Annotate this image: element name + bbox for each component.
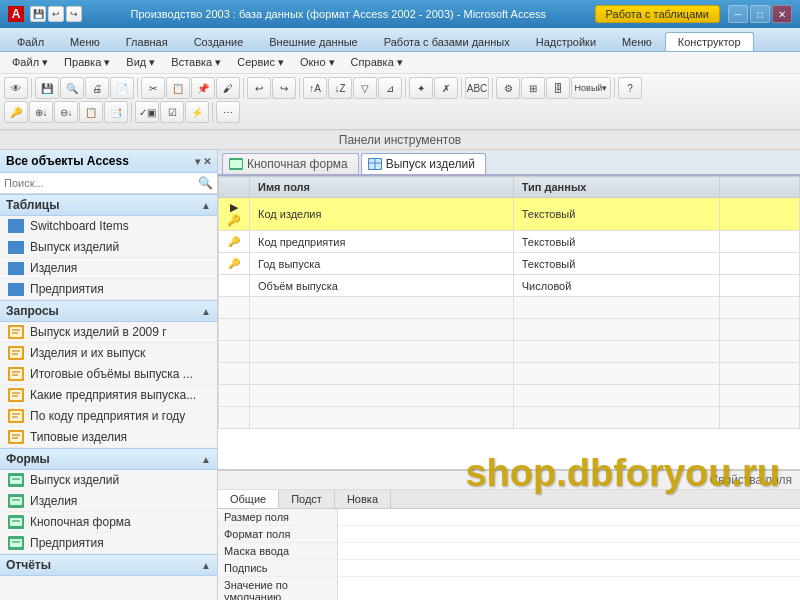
sidebar-item-q5[interactable]: По коду предприятия и году (0, 406, 217, 427)
menu-window[interactable]: Окно ▾ (292, 54, 343, 71)
tb-filter[interactable]: ▽ (353, 77, 377, 99)
table-row-empty[interactable] (219, 385, 800, 407)
field-name-3[interactable]: Год выпуска (250, 253, 514, 275)
menu-view[interactable]: Вид ▾ (118, 54, 163, 71)
prop-row-format[interactable]: Формат поля (218, 526, 800, 543)
data-type-2[interactable]: Текстовый (513, 231, 719, 253)
menu-edit[interactable]: Правка ▾ (56, 54, 118, 71)
sidebar-item-form-izdeliya[interactable]: Изделия (0, 491, 217, 512)
tab-home[interactable]: Главная (113, 32, 181, 51)
tb-save[interactable]: 💾 (35, 77, 59, 99)
sidebar-section-reports[interactable]: Отчёты ▲ (0, 554, 217, 576)
desc-4[interactable] (720, 275, 800, 297)
doc-tab-vypusk[interactable]: Выпуск изделий (361, 153, 486, 174)
quick-redo-btn[interactable]: ↪ (66, 6, 82, 22)
quick-undo-btn[interactable]: ↩ (48, 6, 64, 22)
sidebar-close-icon[interactable]: ✕ (203, 156, 211, 167)
tab-menu1[interactable]: Меню (57, 32, 113, 51)
table-row[interactable]: ▶🔑 Код изделия Текстовый (219, 198, 800, 231)
data-type-3[interactable]: Текстовый (513, 253, 719, 275)
sidebar-item-q1[interactable]: Выпуск изделий в 2009 г (0, 322, 217, 343)
table-row-empty[interactable] (219, 363, 800, 385)
close-btn[interactable]: ✕ (772, 5, 792, 23)
tb-newrec[interactable]: ✦ (409, 77, 433, 99)
desc-1[interactable] (720, 198, 800, 231)
tb-sortasc[interactable]: ↑A (303, 77, 327, 99)
tb-copy[interactable]: 📋 (166, 77, 190, 99)
sidebar-item-predpriyatiya[interactable]: Предприятия (0, 279, 217, 300)
tb2-check2[interactable]: ☑ (160, 101, 184, 123)
tb-undo[interactable]: ↩ (247, 77, 271, 99)
data-type-4[interactable]: Числовой (513, 275, 719, 297)
table-row-empty[interactable] (219, 297, 800, 319)
sidebar-item-izdeliya[interactable]: Изделия (0, 258, 217, 279)
prop-tab-subst[interactable]: Подст (279, 490, 335, 508)
sidebar-item-q2[interactable]: Изделия и их выпуск (0, 343, 217, 364)
doc-tab-knopoch[interactable]: Кнопочная форма (222, 153, 359, 174)
prop-value-size[interactable] (338, 509, 800, 525)
prop-value-caption[interactable] (338, 560, 800, 576)
prop-row-default[interactable]: Значение по умолчанию (218, 577, 800, 600)
tab-dbtools[interactable]: Работа с базами данных (371, 32, 523, 51)
tb-help[interactable]: ? (618, 77, 642, 99)
tb-spell[interactable]: ABC (465, 77, 489, 99)
search-input[interactable] (4, 177, 198, 189)
prop-value-mask[interactable] (338, 543, 800, 559)
sidebar-section-tables[interactable]: Таблицы ▲ (0, 194, 217, 216)
sidebar-menu-icon[interactable]: ▾ (195, 156, 200, 167)
sidebar-item-vypusk[interactable]: Выпуск изделий (0, 237, 217, 258)
sidebar-item-switchboard[interactable]: Switchboard Items (0, 216, 217, 237)
tab-create[interactable]: Создание (181, 32, 257, 51)
quick-save-btn[interactable]: 💾 (30, 6, 46, 22)
field-name-2[interactable]: Код предприятия (250, 231, 514, 253)
tb2-check1[interactable]: ✓▣ (135, 101, 159, 123)
tb-search[interactable]: 🔍 (60, 77, 84, 99)
prop-row-size[interactable]: Размер поля (218, 509, 800, 526)
desc-3[interactable] (720, 253, 800, 275)
tb2-deleterow[interactable]: ⊖↓ (54, 101, 78, 123)
prop-row-mask[interactable]: Маска ввода (218, 543, 800, 560)
work-with-tables-button[interactable]: Работа с таблицами (595, 5, 720, 23)
tb-paste[interactable]: 📌 (191, 77, 215, 99)
table-grid[interactable]: Имя поля Тип данных ▶🔑 Код изделия Текст… (218, 176, 800, 470)
tab-constructor[interactable]: Конструктор (665, 32, 754, 51)
prop-row-caption[interactable]: Подпись (218, 560, 800, 577)
sidebar-search[interactable]: 🔍 (0, 173, 217, 194)
menu-insert[interactable]: Вставка ▾ (163, 54, 229, 71)
tb2-build[interactable]: ⋯ (216, 101, 240, 123)
minimize-btn[interactable]: ─ (728, 5, 748, 23)
tb-props[interactable]: ⚙ (496, 77, 520, 99)
tb-redo[interactable]: ↪ (272, 77, 296, 99)
tb-print[interactable]: 🖨 (85, 77, 109, 99)
prop-value-default[interactable] (338, 577, 800, 600)
tb-sortdesc[interactable]: ↓Z (328, 77, 352, 99)
sidebar-header[interactable]: Все объекты Access ▾ ✕ (0, 150, 217, 173)
sidebar-item-q6[interactable]: Типовые изделия (0, 427, 217, 448)
tb2-insertrow[interactable]: ⊕↓ (29, 101, 53, 123)
prop-tab-novka[interactable]: Новка (335, 490, 391, 508)
table-row[interactable]: 🔑 Код предприятия Текстовый (219, 231, 800, 253)
prop-tab-general[interactable]: Общие (218, 490, 279, 508)
tab-menu2[interactable]: Меню (609, 32, 665, 51)
sidebar-section-queries[interactable]: Запросы ▲ (0, 300, 217, 322)
tab-addons[interactable]: Надстройки (523, 32, 609, 51)
tb2-key[interactable]: 🔑 (4, 101, 28, 123)
tb-formatpaint[interactable]: 🖌 (216, 77, 240, 99)
sidebar-section-forms[interactable]: Формы ▲ (0, 448, 217, 470)
tb-printpreview[interactable]: 📄 (110, 77, 134, 99)
tb-applyfilter[interactable]: ⊿ (378, 77, 402, 99)
sidebar-item-q3[interactable]: Итоговые объёмы выпуска ... (0, 364, 217, 385)
tab-file[interactable]: Файл (4, 32, 57, 51)
tb2-propsheet[interactable]: 📋 (79, 101, 103, 123)
menu-file[interactable]: Файл ▾ (4, 54, 56, 71)
field-name-1[interactable]: Код изделия (250, 198, 514, 231)
field-name-4[interactable]: Объём выпуска (250, 275, 514, 297)
prop-value-format[interactable] (338, 526, 800, 542)
maximize-btn[interactable]: □ (750, 5, 770, 23)
menu-service[interactable]: Сервис ▾ (229, 54, 292, 71)
tb-dbwin[interactable]: 🗄 (546, 77, 570, 99)
table-row[interactable]: Объём выпуска Числовой (219, 275, 800, 297)
data-type-1[interactable]: Текстовый (513, 198, 719, 231)
tb-delrec[interactable]: ✗ (434, 77, 458, 99)
menu-help[interactable]: Справка ▾ (343, 54, 411, 71)
